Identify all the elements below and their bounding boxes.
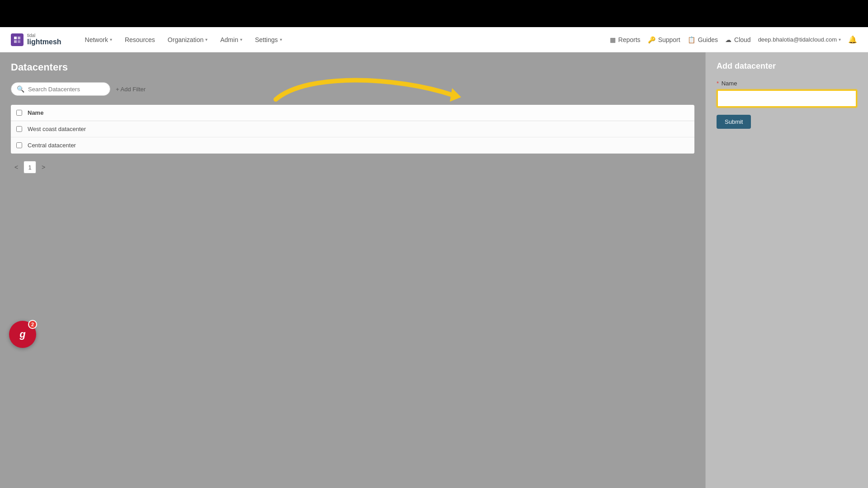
navbar: tidal lightmesh Network ▾ Resources Orga… xyxy=(0,27,868,52)
user-chevron-icon: ▾ xyxy=(839,37,841,42)
svg-rect-3 xyxy=(18,40,20,43)
main-area: Datacenters 🔍 + Add Filter Name West coa xyxy=(0,52,868,488)
svg-rect-1 xyxy=(18,37,20,39)
notification-bell-icon[interactable]: 🔔 xyxy=(848,35,857,44)
prev-page-button[interactable]: < xyxy=(11,161,22,174)
page-1-button[interactable]: 1 xyxy=(24,161,36,174)
admin-chevron-icon: ▾ xyxy=(240,37,242,42)
search-input[interactable] xyxy=(28,86,104,93)
bar-chart-icon: ▦ xyxy=(610,36,616,43)
name-form-group: * Name xyxy=(717,80,857,108)
page-title: Datacenters xyxy=(11,61,694,73)
book-icon: 📋 xyxy=(688,36,695,43)
add-datacenter-title: Add datacenter xyxy=(717,61,857,71)
logo-text: tidal lightmesh xyxy=(27,33,61,46)
name-label: * Name xyxy=(717,80,857,87)
nav-support[interactable]: 🔑 Support xyxy=(648,36,680,43)
select-all-checkbox[interactable] xyxy=(16,110,22,116)
table-name-column-header: Name xyxy=(28,109,43,116)
network-chevron-icon: ▾ xyxy=(110,37,112,42)
svg-rect-0 xyxy=(14,37,17,39)
toolbar: 🔍 + Add Filter xyxy=(11,82,694,96)
nav-guides[interactable]: 📋 Guides xyxy=(688,36,718,43)
table-header: Name xyxy=(11,105,694,121)
row-name-1: West coast datacenter xyxy=(28,126,86,132)
settings-chevron-icon: ▾ xyxy=(280,37,282,42)
table-row[interactable]: West coast datacenter xyxy=(11,121,694,137)
nav-right: ▦ Reports 🔑 Support 📋 Guides ☁ Cloud dee… xyxy=(610,35,857,44)
datacenters-table: Name West coast datacenter Central datac… xyxy=(11,105,694,154)
nav-reports[interactable]: ▦ Reports xyxy=(610,36,641,43)
row-name-2: Central datacenter xyxy=(28,142,76,149)
row-checkbox-2[interactable] xyxy=(16,142,22,148)
user-email[interactable]: deep.bhalotia@tidalcloud.com ▾ xyxy=(758,36,841,43)
g2-badge[interactable]: g 2 xyxy=(9,321,36,348)
logo[interactable]: tidal lightmesh xyxy=(11,33,61,46)
left-panel: Datacenters 🔍 + Add Filter Name West coa xyxy=(0,52,705,488)
table-row[interactable]: Central datacenter xyxy=(11,137,694,154)
search-box[interactable]: 🔍 xyxy=(11,82,110,96)
logo-tidal-label: tidal xyxy=(27,33,61,38)
nav-item-settings[interactable]: Settings ▾ xyxy=(250,33,288,46)
logo-icon xyxy=(11,33,24,46)
submit-button[interactable]: Submit xyxy=(717,115,751,129)
search-icon: 🔍 xyxy=(17,85,24,93)
next-page-button[interactable]: > xyxy=(38,161,49,174)
pagination: < 1 > xyxy=(11,161,694,174)
g2-badge-count: 2 xyxy=(28,320,37,329)
nav-item-resources[interactable]: Resources xyxy=(119,33,160,46)
right-panel: Add datacenter * Name Submit xyxy=(705,52,868,488)
svg-rect-2 xyxy=(14,40,17,43)
cloud-icon: ☁ xyxy=(725,36,731,43)
add-filter-button[interactable]: + Add Filter xyxy=(116,86,146,93)
nav-item-admin[interactable]: Admin ▾ xyxy=(215,33,248,46)
row-checkbox-1[interactable] xyxy=(16,126,22,132)
nav-items: Network ▾ Resources Organization ▾ Admin… xyxy=(80,33,610,46)
datacenter-name-input[interactable] xyxy=(717,89,857,108)
logo-lightmesh-label: lightmesh xyxy=(27,38,61,46)
required-indicator: * xyxy=(717,80,719,87)
nav-cloud[interactable]: ☁ Cloud xyxy=(725,36,751,43)
organization-chevron-icon: ▾ xyxy=(205,37,208,42)
key-icon: 🔑 xyxy=(648,36,656,43)
nav-item-network[interactable]: Network ▾ xyxy=(80,33,118,46)
nav-item-organization[interactable]: Organization ▾ xyxy=(162,33,213,46)
